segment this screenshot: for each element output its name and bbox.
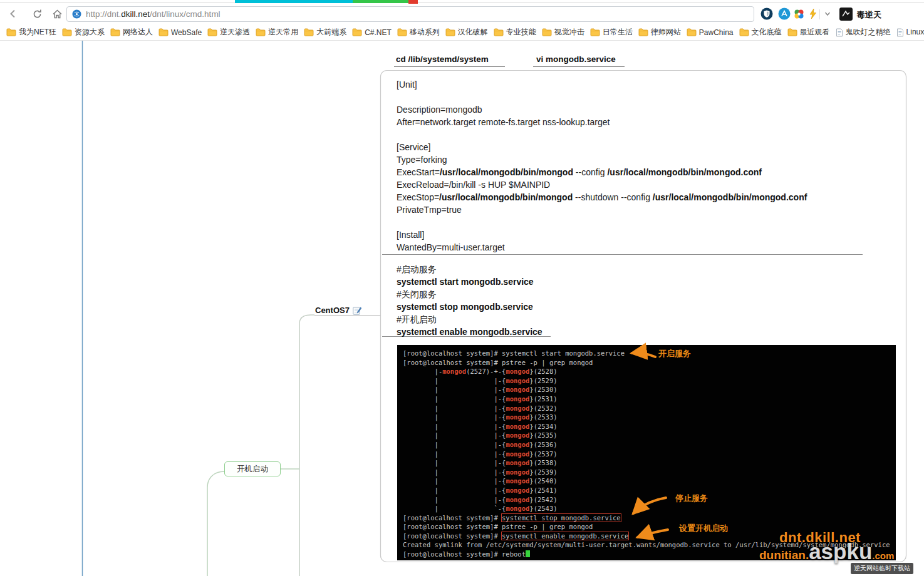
bookmark-item[interactable]: PawChina — [687, 28, 734, 37]
terminal-line: | |-{mongod}(2538) — [403, 458, 896, 468]
translate-extension-icon[interactable] — [778, 8, 791, 20]
terminal-line: | |-{mongod}(2537) — [403, 450, 896, 459]
bookmark-item[interactable]: 大前端系 — [304, 27, 346, 38]
refresh-button[interactable] — [30, 7, 44, 21]
text-line: [Unit] — [397, 78, 807, 91]
folder-icon — [494, 28, 504, 36]
folder-icon — [256, 28, 266, 36]
tab-strip-line — [0, 3, 924, 3]
watermark-big: aspku — [809, 539, 872, 563]
bookmark-label: 移动系列 — [410, 27, 440, 38]
bookmark-item[interactable]: 移动系列 — [397, 27, 440, 38]
bookmark-item[interactable]: Linux相 — [896, 27, 924, 38]
page-icon — [896, 28, 904, 37]
bookmark-label: 逆天渗透 — [220, 27, 250, 38]
folder-icon — [62, 28, 72, 36]
bookmark-item[interactable]: C#.NET — [352, 28, 392, 37]
pinwheel-extension-icon[interactable] — [792, 8, 805, 20]
terminal-line: | |-{mongod}(2533) — [403, 413, 896, 422]
chevron-left-icon — [8, 8, 19, 19]
home-button[interactable] — [50, 7, 64, 21]
text-line: Type=forking — [397, 153, 807, 166]
shield-extension-icon[interactable] — [760, 8, 773, 20]
terminal-line: | |-{mongod}(2536) — [403, 440, 896, 450]
text-line: After=network.target remote-fs.target ns… — [397, 116, 807, 128]
folder-icon — [6, 28, 16, 36]
url-text[interactable]: http://dnt.dkill.net/dnt/linux/cmd.html — [86, 9, 221, 19]
terminal-output: [root@localhost system]# systemctl start… — [403, 349, 896, 559]
node-label: 开机启动 — [237, 465, 268, 473]
bookmark-item[interactable]: 网络达人 — [110, 27, 153, 38]
user-avatar[interactable] — [839, 8, 853, 21]
text-line: [Install] — [397, 229, 807, 241]
bookmark-item[interactable]: 我为NET狂 — [6, 27, 56, 38]
back-button[interactable] — [6, 7, 20, 21]
bookmark-label: 我为NET狂 — [19, 27, 56, 38]
bookmark-item[interactable]: 视觉冲击 — [542, 27, 584, 38]
bookmarks-bar: 我为NET狂资源大系网络达人WebSafe逆天渗透逆天常用大前端系C#.NET移… — [0, 24, 924, 41]
text-line: systemctl start mongodb.service — [397, 275, 542, 288]
site-favicon-icon — [72, 9, 81, 19]
bookmark-label: 专业技能 — [506, 27, 536, 38]
edit-note-icon[interactable] — [353, 306, 362, 315]
home-icon — [52, 9, 63, 19]
folder-icon — [445, 28, 455, 36]
address-bar[interactable]: http://dnt.dkill.net/dnt/linux/cmd.html — [66, 6, 754, 22]
user-name[interactable]: 毒逆天 — [857, 9, 881, 21]
terminal-line: | |-{mongod}(2539) — [403, 468, 896, 477]
folder-icon — [397, 28, 407, 36]
text-line: [Service] — [397, 141, 807, 153]
annotation-start-service: 开启服务 — [658, 348, 691, 359]
bookmark-item[interactable]: 鬼吹灯之精绝 — [836, 27, 891, 38]
terminal-line: | |-{mongod}(2532) — [403, 404, 896, 413]
bookmark-item[interactable]: 专业技能 — [494, 27, 536, 38]
command-cd-header[interactable]: cd /lib/systemd/system — [396, 54, 489, 64]
refresh-icon — [32, 9, 43, 19]
terminal-line: | |-{mongod}(2540) — [403, 476, 896, 486]
tab-color-segment-cyan[interactable] — [235, 0, 353, 3]
tab-color-segment-green[interactable] — [353, 0, 408, 3]
chevron-down-icon[interactable] — [823, 9, 833, 19]
text-line: ExecStop=/usr/local/mongodb/bin/mongod -… — [397, 191, 807, 203]
text-line — [397, 91, 807, 103]
terminal-line: | |-{mongod}(2534) — [403, 422, 896, 431]
systemctl-commands-text: #启动服务systemctl start mongodb.service#关闭服… — [397, 263, 542, 338]
folder-icon — [739, 28, 749, 36]
command-vi-header[interactable]: vi mongodb.service — [536, 54, 616, 64]
terminal-line: | `-{mongod}(2543) — [403, 504, 896, 513]
bookmark-item[interactable]: 逆天渗透 — [207, 27, 250, 38]
mindmap-node-centos7[interactable]: CentOS7 — [315, 306, 362, 315]
folder-icon — [352, 28, 362, 36]
browser-window: http://dnt.dkill.net/dnt/linux/cmd.html … — [0, 0, 924, 576]
terminal-line: | |-{mongod}(2535) — [403, 431, 896, 440]
terminal-line: | |-{mongod}(2541) — [403, 486, 896, 495]
bookmark-label: 视觉冲击 — [554, 27, 584, 38]
bookmark-item[interactable]: 文化底蕴 — [739, 27, 782, 38]
folder-icon — [207, 28, 217, 36]
systemd-unit-config-text: [Unit] Description=mongodbAfter=network.… — [397, 78, 807, 254]
bookmark-item[interactable]: 日常生活 — [590, 27, 633, 38]
terminal-line: [root@localhost system]# systemctl start… — [403, 349, 896, 358]
lightning-extension-icon[interactable] — [806, 8, 819, 20]
bookmark-item[interactable]: 汉化破解 — [445, 27, 488, 38]
annotation-enable-service: 设置开机启动 — [679, 523, 728, 534]
bookmark-item[interactable]: 最近观看 — [787, 27, 830, 38]
folder-icon — [110, 28, 120, 36]
text-line: systemctl stop mongodb.service — [397, 301, 542, 313]
bookmark-item[interactable]: 资源大系 — [62, 27, 105, 38]
page-icon — [836, 28, 843, 37]
bookmark-label: C#.NET — [365, 28, 392, 37]
node-label: CentOS7 — [315, 306, 350, 315]
toolbar-divider — [819, 9, 820, 19]
bookmark-item[interactable]: 逆天常用 — [256, 27, 298, 38]
text-line: #启动服务 — [397, 263, 542, 275]
mindmap-node-boot-startup[interactable]: 开机启动 — [224, 461, 281, 476]
folder-icon — [542, 28, 552, 36]
bookmark-item[interactable]: WebSafe — [158, 28, 202, 37]
folder-icon — [687, 28, 697, 36]
bookmark-label: 律师网站 — [651, 27, 681, 38]
text-line: PrivateTmp=true — [397, 203, 807, 216]
bookmark-label: WebSafe — [171, 28, 202, 37]
bookmark-item[interactable]: 律师网站 — [638, 27, 681, 38]
terminal-line: | |-{mongod}(2529) — [403, 376, 896, 386]
